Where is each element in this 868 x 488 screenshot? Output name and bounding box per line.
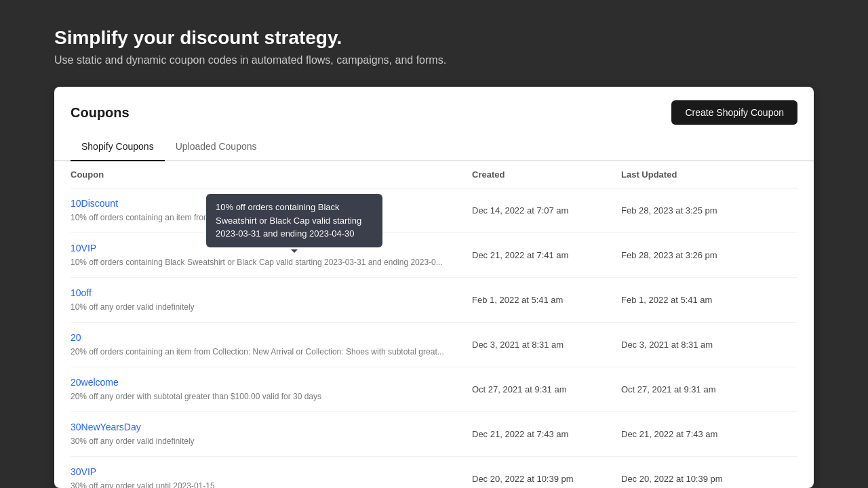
- coupon-created-date: Dec 3, 2021 at 8:31 am: [472, 332, 621, 357]
- coupon-name-link[interactable]: 30VIP: [71, 466, 472, 477]
- coupon-created-date: Dec 20, 2022 at 10:39 pm: [472, 466, 621, 488]
- coupon-cell: 20 20% off orders containing an item fro…: [71, 332, 472, 357]
- coupon-cell: 10Discount 10% off orders containing an …: [71, 198, 472, 223]
- coupon-description: 30% off any order valid indefinitely: [71, 436, 195, 446]
- coupon-updated-date: Feb 1, 2022 at 5:41 am: [621, 287, 797, 312]
- coupon-updated-date: Dec 20, 2022 at 10:39 pm: [621, 466, 797, 488]
- coupon-table: Coupon Created Last Updated 10Discount 1…: [54, 161, 814, 488]
- coupon-created-date: Feb 1, 2022 at 5:41 am: [472, 287, 621, 312]
- table-row: 20welcome 20% off any order with subtota…: [71, 367, 797, 412]
- coupon-updated-date: Oct 27, 2021 at 9:31 am: [621, 377, 797, 402]
- main-card: Coupons Create Shopify Coupon Shopify Co…: [54, 87, 814, 488]
- coupon-cell: 30VIP 30% off any order valid until 2023…: [71, 466, 472, 488]
- coupon-name-link[interactable]: 20: [71, 332, 472, 343]
- coupon-created-date: Dec 21, 2022 at 7:43 am: [472, 422, 621, 447]
- tabs: Shopify Coupons Uploaded Coupons: [54, 136, 814, 161]
- coupon-description: 20% off orders containing an item from C…: [71, 347, 444, 357]
- coupon-cell: 10off 10% off any order valid indefinite…: [71, 287, 472, 312]
- table-row: 10Discount 10% off orders containing an …: [71, 188, 797, 233]
- coupon-created-date: Dec 14, 2022 at 7:07 am: [472, 198, 621, 223]
- card-header: Coupons Create Shopify Coupon: [54, 87, 814, 125]
- coupon-updated-date: Feb 28, 2023 at 3:25 pm: [621, 198, 797, 223]
- coupon-updated-date: Feb 28, 2023 at 3:26 pm: [621, 243, 797, 268]
- coupon-updated-date: Dec 3, 2021 at 8:31 am: [621, 332, 797, 357]
- hero-title: Simplify your discount strategy.: [54, 27, 814, 49]
- tab-shopify-coupons[interactable]: Shopify Coupons: [71, 136, 165, 161]
- table-row: 30NewYearsDay 30% off any order valid in…: [71, 412, 797, 457]
- table-body: 10Discount 10% off orders containing an …: [71, 188, 797, 488]
- table-row: 20 20% off orders containing an item fro…: [71, 323, 797, 367]
- coupon-description: 10% off orders containing Black Sweatshi…: [71, 258, 443, 267]
- coupon-cell: 30NewYearsDay 30% off any order valid in…: [71, 422, 472, 447]
- table-row: 10VIP 10% off orders containing Black Sw…: [71, 233, 797, 278]
- hero-section: Simplify your discount strategy. Use sta…: [54, 27, 814, 66]
- column-header-coupon: Coupon: [71, 169, 472, 180]
- coupon-created-date: Dec 21, 2022 at 7:41 am: [472, 243, 621, 268]
- tab-uploaded-coupons[interactable]: Uploaded Coupons: [165, 136, 268, 161]
- coupon-description: 30% off any order valid until 2023-01-15: [71, 481, 215, 488]
- column-header-updated: Last Updated: [621, 169, 797, 180]
- table-row: 30VIP 30% off any order valid until 2023…: [71, 457, 797, 488]
- coupon-created-date: Oct 27, 2021 at 9:31 am: [472, 377, 621, 402]
- hero-subtitle: Use static and dynamic coupon codes in a…: [54, 54, 814, 66]
- table-header: Coupon Created Last Updated: [71, 161, 797, 188]
- coupon-description: 10% off any order valid indefinitely: [71, 302, 195, 312]
- card-title: Coupons: [71, 105, 130, 121]
- coupon-name-link[interactable]: 20welcome: [71, 377, 472, 388]
- coupon-cell: 20welcome 20% off any order with subtota…: [71, 377, 472, 402]
- table-row: 10off 10% off any order valid indefinite…: [71, 278, 797, 323]
- coupon-tooltip: 10% off orders containing Black Sweatshi…: [206, 194, 382, 247]
- column-header-created: Created: [472, 169, 621, 180]
- coupon-name-link[interactable]: 10off: [71, 287, 472, 298]
- coupon-updated-date: Dec 21, 2022 at 7:43 am: [621, 422, 797, 447]
- coupon-name-link[interactable]: 30NewYearsDay: [71, 422, 472, 432]
- create-shopify-coupon-button[interactable]: Create Shopify Coupon: [671, 100, 797, 125]
- coupon-description: 20% off any order with subtotal greater …: [71, 392, 321, 401]
